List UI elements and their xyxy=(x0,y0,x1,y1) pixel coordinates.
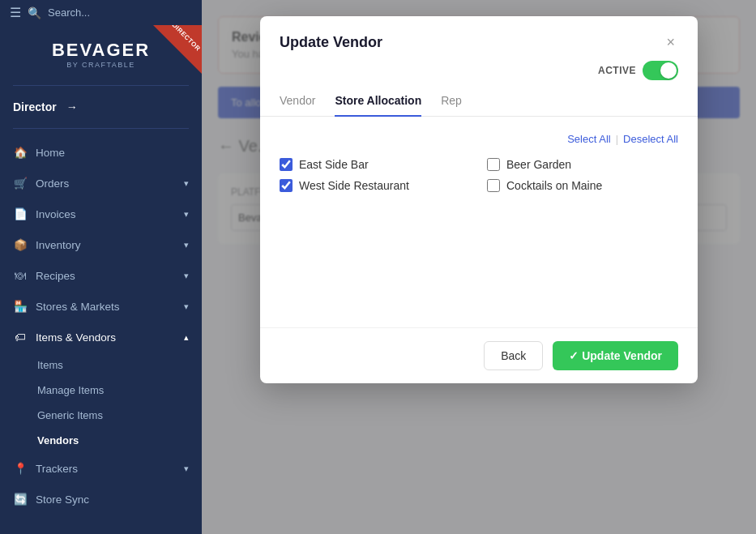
store-item-east-side-bar: East Side Bar xyxy=(280,158,471,171)
chevron-down-icon: ▾ xyxy=(184,271,189,281)
sidebar-item-label: Trackers xyxy=(36,463,176,475)
items-vendors-icon: 🏷 xyxy=(13,330,28,344)
chevron-down-icon: ▾ xyxy=(184,301,189,312)
sidebar-divider xyxy=(13,85,189,86)
sidebar: ☰ 🔍 Search... DIRECTOR BEVAGER BY CRAFTA… xyxy=(0,0,202,534)
modal-overlay[interactable]: Update Vendor × ACTIVE Vendor Store Allo… xyxy=(202,0,756,534)
director-banner: DIRECTOR xyxy=(153,25,202,74)
store-label-beer-garden: Beer Garden xyxy=(506,158,571,171)
deselect-all-link[interactable]: Deselect All xyxy=(623,133,678,145)
store-checkbox-east-side-bar[interactable] xyxy=(280,158,293,171)
modal-header: Update Vendor × xyxy=(260,16,698,54)
store-item-beer-garden: Beer Garden xyxy=(487,158,678,171)
chevron-down-icon: ▾ xyxy=(184,464,189,474)
stores-icon: 🏪 xyxy=(13,299,28,314)
inventory-icon: 📦 xyxy=(13,237,28,252)
chevron-up-icon: ▴ xyxy=(184,332,189,343)
director-banner-text: DIRECTOR xyxy=(171,25,202,53)
invoices-icon: 📄 xyxy=(13,207,28,221)
sidebar-item-label: Items & Vendors xyxy=(36,331,176,344)
director-label: Director xyxy=(13,100,57,113)
active-row: ACTIVE xyxy=(260,54,698,80)
sidebar-item-label: Home xyxy=(36,147,189,159)
active-label: ACTIVE xyxy=(598,65,636,76)
logo: BEVAGER xyxy=(52,41,150,59)
hamburger-icon[interactable]: ☰ xyxy=(10,5,21,20)
logo-area: DIRECTOR BEVAGER BY CRAFTABLE xyxy=(0,25,202,77)
store-label-east-side-bar: East Side Bar xyxy=(299,158,369,171)
update-vendor-modal: Update Vendor × ACTIVE Vendor Store Allo… xyxy=(260,16,698,383)
sidebar-item-store-sync[interactable]: 🔄 Store Sync xyxy=(0,484,202,515)
chevron-down-icon: ▾ xyxy=(184,178,189,189)
director-arrow-icon: → xyxy=(66,100,78,113)
orders-icon: 🛒 xyxy=(13,176,28,190)
select-divider: | xyxy=(616,133,618,145)
logo-sub: BY CRAFTABLE xyxy=(66,61,135,69)
recipes-icon: 🍽 xyxy=(13,268,28,283)
store-checkbox-west-side-restaurant[interactable] xyxy=(280,179,293,192)
sidebar-item-recipes[interactable]: 🍽 Recipes ▾ xyxy=(0,260,202,291)
tab-rep[interactable]: Rep xyxy=(441,94,462,117)
sidebar-item-orders[interactable]: 🛒 Orders ▾ xyxy=(0,168,202,199)
modal-tabs: Vendor Store Allocation Rep xyxy=(260,83,698,117)
chevron-down-icon: ▾ xyxy=(184,209,189,220)
sidebar-item-label: Invoices xyxy=(36,208,176,220)
update-vendor-button[interactable]: ✓ Update Vendor xyxy=(553,341,678,370)
store-item-west-side-restaurant: West Side Restaurant xyxy=(280,179,471,192)
sidebar-item-label: Inventory xyxy=(36,239,176,251)
sidebar-item-label: Store Sync xyxy=(36,493,189,506)
modal-title: Update Vendor xyxy=(280,34,382,51)
store-label-cocktails-on-maine: Cocktails on Maine xyxy=(506,179,602,192)
modal-footer: Back ✓ Update Vendor xyxy=(260,327,698,383)
sidebar-divider-2 xyxy=(13,128,189,129)
store-checkbox-beer-garden[interactable] xyxy=(487,158,500,171)
home-icon: 🏠 xyxy=(13,145,28,160)
sidebar-top-row: ☰ 🔍 Search... xyxy=(0,0,202,25)
select-all-row: Select All | Deselect All xyxy=(280,133,678,145)
sidebar-sub-vendors[interactable]: Vendors xyxy=(0,428,202,453)
main-content: Review You ha... To alloc... approp... ←… xyxy=(202,0,756,534)
tab-store-allocation[interactable]: Store Allocation xyxy=(335,94,421,117)
store-checkbox-cocktails-on-maine[interactable] xyxy=(487,179,500,192)
store-grid: East Side Bar Beer Garden West Side Rest… xyxy=(280,158,678,192)
sidebar-item-inventory[interactable]: 📦 Inventory ▾ xyxy=(0,229,202,260)
select-all-link[interactable]: Select All xyxy=(567,133,610,145)
director-row[interactable]: Director → xyxy=(0,94,202,120)
search-icon[interactable]: 🔍 xyxy=(28,6,41,19)
tab-vendor[interactable]: Vendor xyxy=(280,94,315,117)
search-hint: Search... xyxy=(48,6,90,19)
back-button[interactable]: Back xyxy=(484,341,543,370)
chevron-down-icon: ▾ xyxy=(184,240,189,250)
main-nav: 🏠 Home 🛒 Orders ▾ 📄 Invoices ▾ 📦 Invento… xyxy=(0,137,202,534)
sidebar-item-home[interactable]: 🏠 Home xyxy=(0,137,202,168)
sidebar-item-label: Recipes xyxy=(36,270,176,282)
sidebar-item-trackers[interactable]: 📍 Trackers ▾ xyxy=(0,453,202,484)
sidebar-item-label: Stores & Markets xyxy=(36,301,176,313)
sidebar-item-stores-markets[interactable]: 🏪 Stores & Markets ▾ xyxy=(0,291,202,322)
sidebar-item-label: Orders xyxy=(36,177,176,190)
close-button[interactable]: × xyxy=(663,31,678,54)
sidebar-item-invoices[interactable]: 📄 Invoices ▾ xyxy=(0,199,202,229)
sidebar-item-items-vendors[interactable]: 🏷 Items & Vendors ▴ xyxy=(0,322,202,352)
active-toggle[interactable] xyxy=(643,61,678,80)
sidebar-sub-items[interactable]: Items xyxy=(0,352,202,378)
trackers-icon: 📍 xyxy=(13,461,28,476)
sidebar-sub-generic-items[interactable]: Generic Items xyxy=(0,403,202,428)
store-item-cocktails-on-maine: Cocktails on Maine xyxy=(487,179,678,192)
store-sync-icon: 🔄 xyxy=(13,492,28,506)
sidebar-sub-manage-items[interactable]: Manage Items xyxy=(0,378,202,403)
store-label-west-side-restaurant: West Side Restaurant xyxy=(299,179,409,192)
modal-body: Select All | Deselect All East Side Bar … xyxy=(260,117,698,327)
